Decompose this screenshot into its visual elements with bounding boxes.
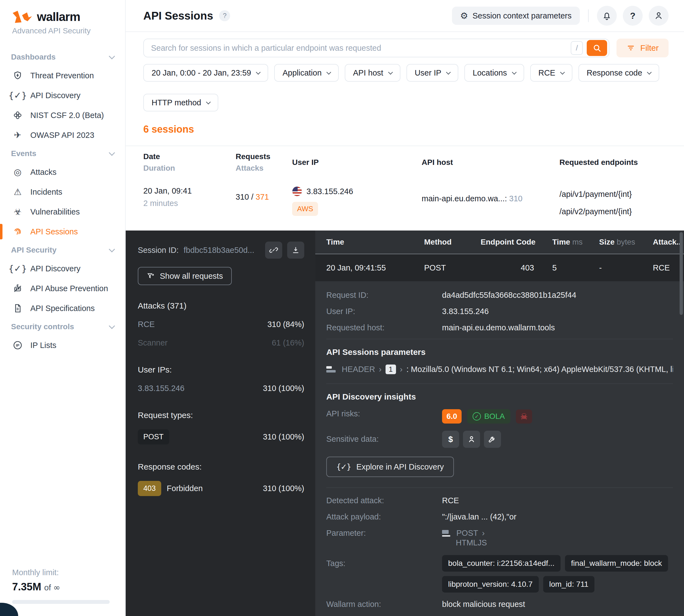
sidebar-item-ip-lists[interactable]: IP IP Lists — [0, 335, 125, 355]
sidebar-item-api-discovery[interactable]: {✓} API Discovery — [0, 86, 125, 105]
attack-payload-row: Attack payload: ":/|java.lan ... (42),"o… — [326, 512, 673, 522]
sidebar-item-incidents[interactable]: ⚠ Incidents — [0, 182, 125, 202]
requested-host-row: Requested host: main-api.eu.demo.wallarm… — [326, 323, 673, 332]
session-context-parameters-button[interactable]: ⚙ Session context parameters — [452, 7, 580, 25]
chip-user-ip[interactable]: User IP — [407, 64, 459, 82]
sidebar-item-label: Attacks — [30, 168, 56, 177]
sidebar: wallarm Advanced API Security Dashboards… — [0, 0, 126, 616]
tag: bola_counter: i:22156:a14edf... — [442, 555, 561, 572]
skull-badge[interactable]: ☠ — [516, 410, 532, 423]
request-id-value: da4ad5dfc55fa3668cc38801b1a25f44 — [442, 291, 673, 300]
page-title: API Sessions — [143, 10, 213, 22]
divider — [326, 339, 673, 339]
chip-http-method[interactable]: HTTP method — [143, 94, 218, 111]
chevron-down-icon — [256, 70, 261, 75]
page-help-icon[interactable]: ? — [219, 10, 230, 21]
status-403-badge: 403 — [138, 481, 161, 496]
session-detail-panel: Session ID: fbdbc518b3ae50d... Show all … — [126, 230, 684, 616]
sidebar-item-attacks[interactable]: ◎ Attacks — [0, 162, 125, 182]
notifications-button[interactable] — [597, 6, 617, 26]
request-row-selected[interactable]: 20 Jan, 09:41:55 POST 403 5 - RCE — [315, 254, 684, 281]
copy-link-button[interactable] — [265, 242, 282, 259]
sidebar-item-api-specifications[interactable]: API Specifications — [0, 298, 125, 318]
requests-table-header: Time Method Endpoint Code Time ms Size b… — [315, 230, 684, 254]
monthly-limit-progressbar — [12, 600, 110, 604]
main-area: API Sessions ? ⚙ Session context paramet… — [126, 0, 684, 616]
explore-api-discovery-button[interactable]: {✓} Explore in API Discovery — [326, 457, 454, 477]
sidebar-section-events[interactable]: Events — [0, 145, 125, 162]
sidebar-item-api-sessions[interactable]: API Sessions — [0, 222, 125, 242]
page-header: API Sessions ? ⚙ Session context paramet… — [126, 0, 684, 32]
chip-locations[interactable]: Locations — [464, 64, 524, 82]
clover-icon — [12, 110, 23, 121]
api-risks-row: API risks: 6.0 ✓ BOLA ☠ — [326, 409, 673, 423]
filter-button[interactable]: Filter — [616, 39, 668, 57]
divider — [326, 487, 673, 488]
header-param-icon — [326, 366, 336, 373]
session-summary-panel: Session ID: fbdbc518b3ae50d... Show all … — [126, 230, 315, 616]
chip-api-host[interactable]: API host — [345, 64, 401, 82]
parameter-row: Parameter: POST › HTMLJS — [326, 529, 673, 548]
search-input[interactable] — [151, 44, 571, 53]
help-button[interactable]: ? — [623, 6, 643, 26]
chevron-down-icon — [647, 70, 652, 75]
chip-date-range[interactable]: 20 Jan, 0:00 - 20 Jan, 23:59 — [143, 64, 268, 82]
parameter-value: HTMLJS — [442, 538, 673, 547]
bola-badge[interactable]: ✓ BOLA — [467, 409, 510, 423]
attack-payload-value: ":/|java.lan ... (42),"or — [442, 512, 673, 522]
brand-name: wallarm — [37, 10, 80, 24]
session-id-label: Session ID: — [138, 246, 179, 255]
sidebar-section-security-controls[interactable]: Security controls — [0, 318, 125, 335]
monthly-limit-value: 7.35M of ∞ — [12, 581, 110, 593]
search-box: / — [143, 39, 609, 57]
session-endpoints: /api/v1/payment/{int} /api/v2/payment/{i… — [560, 188, 676, 222]
sidebar-item-nist-csf[interactable]: NIST CSF 2.0 (Beta) — [0, 105, 125, 125]
account-button[interactable] — [649, 6, 668, 26]
person-data-icon[interactable] — [463, 431, 480, 448]
svg-text:IP: IP — [16, 343, 20, 347]
attacks-title: Attacks (371) — [138, 301, 304, 310]
session-user-ip: 3.83.155.246 — [306, 187, 353, 196]
filter-icon — [626, 44, 635, 52]
chip-rce[interactable]: RCE — [530, 64, 572, 82]
warning-icon: ⚠ — [12, 186, 23, 197]
requests-panel: Time Method Endpoint Code Time ms Size b… — [315, 230, 684, 616]
tag: libproton_version: 4.10.7 — [442, 576, 539, 593]
sidebar-section-api-security[interactable]: API Security — [0, 242, 125, 259]
sidebar-item-owasp[interactable]: ✈ OWASP API 2023 — [0, 125, 125, 145]
sidebar-item-label: API Sessions — [30, 227, 78, 236]
sidebar-item-vulnerabilities[interactable]: ☣ Vulnerabilities — [0, 202, 125, 222]
chip-application[interactable]: Application — [274, 64, 339, 82]
session-row[interactable]: 20 Jan, 09:41 2 minutes 310 / 371 3.83.1… — [126, 179, 684, 230]
braces-check-icon: {✓} — [336, 462, 351, 471]
response-code-stat: 403 Forbidden 310 (100%) — [138, 481, 304, 496]
sidebar-item-api-discovery-2[interactable]: {✓} API Discovery — [0, 259, 125, 279]
sidebar-item-label: API Discovery — [30, 264, 81, 273]
session-id-value: fbdbc518b3ae50d... — [184, 246, 260, 255]
slash-shortcut-badge: / — [571, 41, 583, 55]
col-api-host: API host — [421, 158, 560, 167]
show-all-requests-button[interactable]: Show all requests — [138, 267, 232, 285]
session-api-host: main-api.eu.demo.wa...: 310 — [421, 194, 560, 203]
wrench-icon[interactable] — [484, 431, 501, 448]
dollar-icon[interactable]: $ — [442, 431, 459, 448]
search-button[interactable] — [587, 40, 607, 56]
col-date: Date — [143, 152, 236, 161]
request-method: POST — [424, 263, 481, 272]
sidebar-item-label: API Discovery — [30, 91, 81, 100]
fingerprint-icon — [12, 226, 23, 237]
col-time: Time — [326, 238, 424, 246]
sidebar-item-threat-prevention[interactable]: Threat Prevention — [0, 66, 125, 86]
api-sessions-parameters-title: API Sessions parameters — [326, 347, 673, 357]
tag: final_wallarm_mode: block — [565, 555, 668, 572]
link-icon — [269, 246, 278, 255]
brand-subtitle: Advanced API Security — [0, 26, 125, 35]
search-icon — [592, 43, 601, 53]
download-icon — [291, 246, 300, 255]
sidebar-item-api-abuse-prevention[interactable]: API Abuse Prevention — [0, 279, 125, 298]
scrollbar-thumb[interactable] — [680, 232, 683, 315]
target-icon: ◎ — [12, 167, 23, 178]
download-button[interactable] — [287, 242, 304, 259]
chip-response-code[interactable]: Response code — [578, 64, 659, 82]
sidebar-section-dashboards[interactable]: Dashboards — [0, 48, 125, 66]
